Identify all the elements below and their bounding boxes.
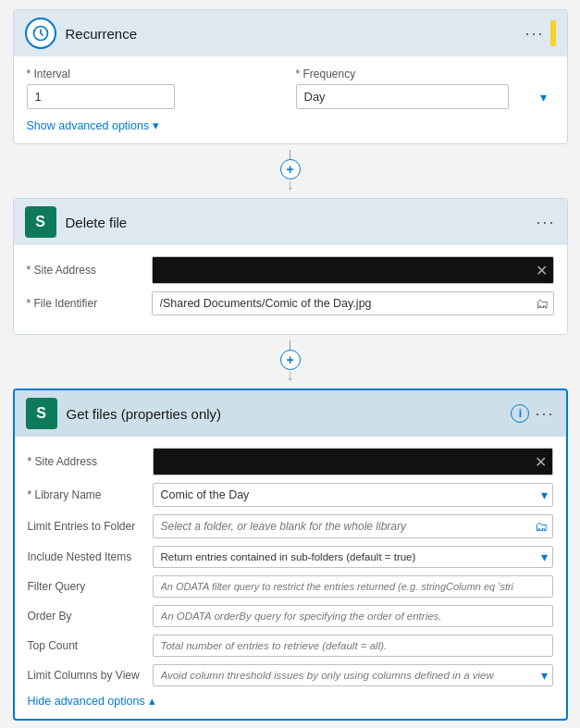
frequency-label: * Frequency bbox=[296, 68, 554, 80]
interval-label: * Interval bbox=[27, 68, 285, 80]
plus-icon-2: + bbox=[286, 352, 293, 367]
limit-folder-folder-icon[interactable]: 🗂 bbox=[535, 519, 548, 534]
delete-file-id-folder-icon[interactable]: 🗂 bbox=[536, 296, 549, 311]
interval-field-group: * Interval bbox=[27, 68, 285, 109]
delete-file-more-button[interactable]: ··· bbox=[536, 214, 555, 230]
order-by-row: Order By bbox=[28, 605, 553, 627]
get-files-icon: S bbox=[26, 398, 57, 429]
delete-site-address-row: * Site Address ✕ bbox=[27, 256, 554, 284]
limit-columns-chevron-icon[interactable]: ▾ bbox=[541, 668, 548, 683]
hide-advanced-button[interactable]: Hide advanced options ▴ bbox=[28, 694, 155, 708]
get-site-address-field: ✕ bbox=[153, 448, 553, 475]
recurrence-card: Recurrence ··· * Interval * Frequency Mi… bbox=[13, 9, 568, 144]
top-count-label: Top Count bbox=[28, 639, 153, 652]
hide-advanced-label: Hide advanced options bbox=[28, 695, 145, 708]
delete-site-address-redacted[interactable]: ✕ bbox=[152, 256, 554, 284]
include-nested-chevron-icon[interactable]: ▾ bbox=[541, 549, 548, 564]
limit-folder-label: Limit Entries to Folder bbox=[28, 520, 153, 533]
recurrence-header-right: ··· bbox=[524, 20, 555, 46]
order-by-label: Order By bbox=[28, 610, 153, 623]
delete-file-body: * Site Address ✕ * File Identifier 🗂 bbox=[14, 245, 567, 334]
limit-columns-row: Limit Columns by View ▾ bbox=[28, 664, 553, 686]
get-files-title: Get files (properties only) bbox=[67, 406, 222, 422]
show-advanced-chevron-icon: ▾ bbox=[153, 118, 159, 132]
include-nested-select-wrapper: ▾ bbox=[153, 546, 553, 568]
include-nested-field: ▾ bbox=[153, 546, 553, 568]
top-count-row: Top Count bbox=[28, 635, 553, 657]
delete-file-id-input-wrapper: 🗂 bbox=[152, 291, 554, 315]
delete-file-icon: S bbox=[25, 206, 56, 238]
frequency-chevron-icon: ▾ bbox=[540, 90, 547, 105]
delete-file-header-right: ··· bbox=[536, 214, 555, 230]
filter-query-row: Filter Query bbox=[28, 575, 553, 598]
get-files-card: S Get files (properties only) i ··· * Si… bbox=[13, 389, 568, 721]
recurrence-header: Recurrence ··· bbox=[14, 10, 567, 56]
limit-columns-input[interactable] bbox=[153, 664, 553, 686]
connector-1: + ↓ bbox=[280, 144, 301, 198]
frequency-select-wrapper: Minute Hour Day Week Month ▾ bbox=[296, 84, 554, 109]
get-files-header-right: i ··· bbox=[511, 404, 554, 423]
get-files-header: S Get files (properties only) i ··· bbox=[15, 390, 566, 437]
get-site-address-redacted[interactable]: ✕ bbox=[153, 448, 553, 475]
delete-file-header-left: S Delete file bbox=[25, 206, 128, 238]
include-nested-input[interactable] bbox=[153, 546, 553, 568]
recurrence-more-button[interactable]: ··· bbox=[524, 25, 544, 42]
limit-folder-input-wrapper: 🗂 bbox=[153, 514, 553, 538]
library-name-input[interactable] bbox=[153, 483, 553, 507]
delete-file-card: S Delete file ··· * Site Address ✕ bbox=[13, 198, 568, 335]
recurrence-header-left: Recurrence bbox=[25, 18, 138, 49]
delete-file-id-row: * File Identifier 🗂 bbox=[27, 291, 554, 315]
include-nested-row: Include Nested Items ▾ bbox=[28, 546, 553, 568]
delete-file-id-field: 🗂 bbox=[152, 291, 554, 315]
filter-query-field bbox=[153, 575, 553, 598]
library-name-label: * Library Name bbox=[28, 488, 153, 501]
filter-query-input[interactable] bbox=[153, 575, 553, 598]
interval-input[interactable] bbox=[27, 84, 175, 109]
delete-file-id-input[interactable] bbox=[152, 291, 554, 315]
limit-folder-input[interactable] bbox=[153, 514, 553, 538]
library-name-select-wrapper: ▾ bbox=[153, 483, 553, 507]
order-by-input[interactable] bbox=[153, 605, 553, 627]
connector-arrow-1: ↓ bbox=[287, 178, 294, 192]
top-count-field bbox=[153, 635, 553, 657]
connector-2: + ↓ bbox=[280, 335, 301, 389]
recurrence-icon bbox=[25, 18, 56, 49]
delete-file-id-label: * File Identifier bbox=[27, 297, 152, 310]
limit-columns-select-wrapper: ▾ bbox=[153, 664, 553, 686]
get-site-address-row: * Site Address ✕ bbox=[28, 448, 553, 475]
delete-file-icon-char: S bbox=[35, 214, 45, 230]
library-name-field: ▾ bbox=[153, 483, 553, 507]
top-count-input[interactable] bbox=[153, 635, 553, 657]
delete-site-address-label: * Site Address bbox=[27, 264, 152, 277]
delete-file-title: Delete file bbox=[66, 215, 128, 230]
frequency-field-group: * Frequency Minute Hour Day Week Month ▾ bbox=[296, 68, 554, 109]
delete-site-address-clear-icon[interactable]: ✕ bbox=[536, 262, 548, 279]
get-files-icon-char: S bbox=[36, 405, 46, 422]
get-files-info-icon[interactable]: i bbox=[511, 404, 529, 423]
get-files-body: * Site Address ✕ * Library Name ▾ bbox=[15, 437, 566, 719]
connector-line-top-2 bbox=[290, 340, 290, 350]
library-name-row: * Library Name ▾ bbox=[28, 483, 553, 507]
frequency-select[interactable]: Minute Hour Day Week Month bbox=[296, 84, 509, 109]
order-by-field bbox=[153, 605, 553, 627]
recurrence-title: Recurrence bbox=[66, 26, 138, 42]
get-site-address-clear-icon[interactable]: ✕ bbox=[535, 453, 547, 471]
plus-icon-1: + bbox=[286, 162, 293, 177]
get-files-more-button[interactable]: ··· bbox=[535, 405, 554, 422]
limit-folder-field: 🗂 bbox=[153, 514, 553, 538]
show-advanced-label: Show advanced options bbox=[27, 119, 150, 132]
get-site-address-label: * Site Address bbox=[28, 455, 153, 468]
yellow-status-bar bbox=[550, 20, 556, 46]
delete-file-header: S Delete file ··· bbox=[14, 199, 567, 245]
limit-folder-row: Limit Entries to Folder 🗂 bbox=[28, 514, 553, 538]
delete-site-address-field: ✕ bbox=[152, 256, 554, 284]
recurrence-body: * Interval * Frequency Minute Hour Day W… bbox=[14, 56, 567, 143]
filter-query-label: Filter Query bbox=[28, 580, 153, 593]
limit-columns-field: ▾ bbox=[153, 664, 553, 686]
get-files-header-left: S Get files (properties only) bbox=[26, 398, 222, 429]
include-nested-label: Include Nested Items bbox=[28, 550, 153, 563]
library-name-chevron-icon[interactable]: ▾ bbox=[541, 487, 548, 502]
delete-site-address-input-wrapper: ✕ bbox=[152, 256, 554, 284]
connector-line-top-1 bbox=[290, 150, 290, 159]
show-advanced-button[interactable]: Show advanced options ▾ bbox=[27, 118, 160, 132]
